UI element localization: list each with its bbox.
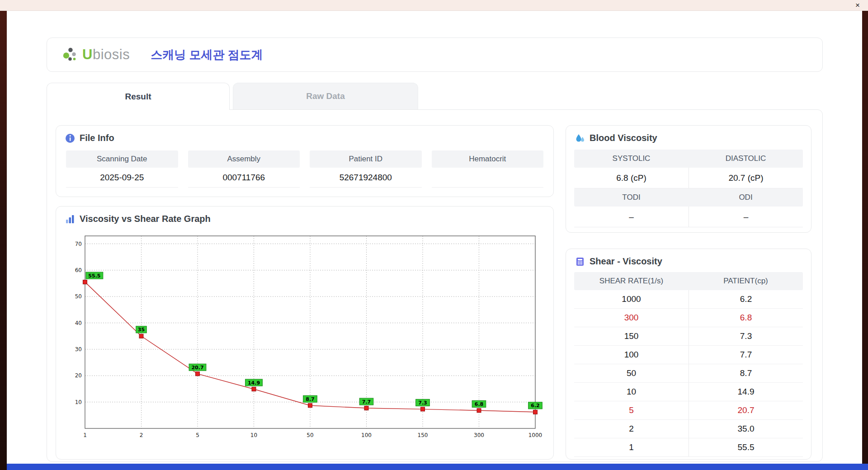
app-title: 스캐닝 모세관 점도계 [151, 47, 263, 63]
droplet-icon [575, 133, 585, 143]
logo-dots-icon [61, 46, 79, 63]
svg-text:35: 35 [138, 327, 145, 333]
shear-viscosity-title: Shear - Viscosity [590, 256, 662, 267]
svg-text:300: 300 [474, 432, 484, 438]
tab-raw-data[interactable]: Raw Data [233, 83, 418, 109]
ubiosis-logo: Ubiosis [61, 46, 130, 63]
patient-column-header: PATIENT(cp) [689, 272, 803, 290]
file-info-field: Assembly000711766 [188, 150, 300, 188]
svg-text:70: 70 [75, 241, 82, 247]
patient-viscosity-cell: 14.9 [689, 383, 803, 401]
todi-header: TODI [574, 188, 689, 207]
svg-text:150: 150 [418, 432, 428, 438]
svg-text:1: 1 [83, 432, 87, 438]
table-row: 1014.9 [574, 383, 803, 401]
shear-viscosity-header: Shear - Viscosity [566, 249, 811, 271]
info-icon [65, 133, 75, 143]
diastolic-header: DIASTOLIC [689, 150, 803, 168]
field-label: Hematocrit [432, 150, 544, 168]
shear-rate-cell: 5 [574, 401, 689, 419]
svg-text:6.2: 6.2 [531, 403, 540, 409]
shear-rate-cell: 150 [574, 327, 689, 345]
svg-text:5: 5 [196, 432, 199, 438]
main-content-card: File Info Scanning Date2025-09-25Assembl… [47, 109, 823, 462]
shear-table-body: 10006.23006.81507.31007.7508.71014.9520.… [574, 290, 803, 457]
field-label: Scanning Date [66, 150, 178, 168]
svg-text:20: 20 [75, 372, 82, 379]
bar-chart-icon [65, 214, 75, 224]
chart-wrapper: 102030405060701251050100150300100055.535… [64, 229, 545, 447]
tab-result[interactable]: Result [47, 83, 230, 110]
graph-section: Viscosity vs Shear Rate Graph 1020304050… [56, 206, 554, 460]
field-value: 000711766 [188, 168, 300, 188]
calculator-icon [575, 257, 585, 267]
svg-text:10: 10 [250, 432, 257, 438]
svg-text:1000: 1000 [528, 432, 542, 438]
file-info-field: Scanning Date2025-09-25 [66, 150, 178, 188]
svg-text:7.3: 7.3 [418, 400, 427, 406]
svg-text:100: 100 [361, 432, 372, 438]
window-titlebar: × [0, 0, 868, 11]
field-value: 52671924800 [310, 168, 422, 188]
shear-table: SHEAR RATE(1/s) PATIENT(cp) 10006.23006.… [574, 272, 803, 457]
svg-text:2: 2 [140, 432, 143, 438]
graph-header: Viscosity vs Shear Rate Graph [56, 207, 553, 229]
desktop-background-left [0, 11, 7, 470]
patient-viscosity-cell: 8.7 [689, 364, 803, 382]
file-info-title: File Info [80, 133, 114, 143]
table-row: 155.5 [574, 438, 803, 457]
shear-rate-cell: 1000 [574, 290, 689, 308]
patient-viscosity-cell: 6.8 [689, 309, 803, 327]
table-row: 1007.7 [574, 346, 803, 364]
blood-viscosity-title: Blood Viscosity [590, 133, 657, 143]
logo-u: U [82, 47, 93, 62]
taskbar [7, 464, 868, 470]
file-info-field: Patient ID52671924800 [310, 150, 422, 188]
close-button[interactable]: × [853, 0, 863, 10]
svg-text:55.5: 55.5 [88, 273, 100, 279]
blood-viscosity-section: Blood Viscosity SYSTOLIC DIASTOLIC 6.8 (… [566, 125, 811, 233]
file-info-grid: Scanning Date2025-09-25Assembly000711766… [66, 150, 543, 188]
table-row: 520.7 [574, 401, 803, 420]
logo-rest: biosis [93, 47, 130, 62]
shear-rate-cell: 10 [574, 383, 689, 401]
patient-viscosity-cell: 55.5 [689, 438, 803, 456]
systolic-header: SYSTOLIC [574, 150, 689, 168]
svg-text:14.9: 14.9 [248, 380, 260, 386]
svg-text:40: 40 [75, 320, 82, 326]
odi-value: – [689, 207, 803, 227]
patient-viscosity-cell: 7.3 [689, 327, 803, 345]
logo-text: Ubiosis [82, 47, 130, 63]
patient-viscosity-cell: 20.7 [689, 401, 803, 419]
shear-rate-cell: 2 [574, 420, 689, 438]
odi-header: ODI [689, 188, 803, 207]
blood-viscosity-header: Blood Viscosity [566, 126, 811, 148]
todi-value: – [574, 207, 689, 227]
desktop-background-right [862, 11, 868, 470]
patient-viscosity-cell: 35.0 [689, 420, 803, 438]
patient-viscosity-cell: 7.7 [689, 346, 803, 364]
svg-text:6.8: 6.8 [475, 401, 484, 407]
field-value [432, 168, 544, 188]
diastolic-value: 20.7 (cP) [689, 168, 803, 188]
svg-text:8.7: 8.7 [306, 396, 315, 402]
file-info-section: File Info Scanning Date2025-09-25Assembl… [56, 125, 554, 197]
svg-text:30: 30 [75, 346, 82, 352]
svg-text:7.7: 7.7 [362, 399, 371, 405]
file-info-header: File Info [56, 126, 553, 148]
table-row: 3006.8 [574, 309, 803, 327]
svg-text:60: 60 [75, 267, 82, 273]
bv-header-row-1: SYSTOLIC DIASTOLIC [574, 150, 803, 168]
field-label: Patient ID [310, 150, 422, 168]
bv-header-row-2: TODI ODI [574, 188, 803, 207]
shear-rate-column-header: SHEAR RATE(1/s) [574, 272, 689, 290]
svg-text:20.7: 20.7 [191, 365, 203, 371]
bv-value-row-1: 6.8 (cP) 20.7 (cP) [574, 168, 803, 188]
shear-rate-cell: 1 [574, 438, 689, 456]
field-label: Assembly [188, 150, 300, 168]
header-card: Ubiosis 스캐닝 모세관 점도계 [47, 38, 823, 72]
shear-rate-cell: 100 [574, 346, 689, 364]
shear-rate-cell: 300 [574, 309, 689, 327]
viscosity-shear-chart: 102030405060701251050100150300100055.535… [64, 229, 546, 446]
systolic-value: 6.8 (cP) [574, 168, 689, 188]
